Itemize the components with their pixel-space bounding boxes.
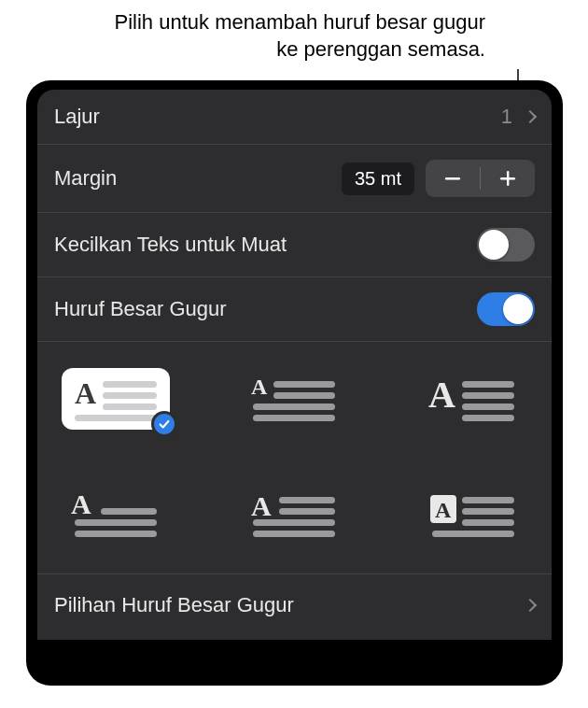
- drop-cap-label: Huruf Besar Gugur: [54, 297, 477, 321]
- svg-rect-17: [462, 415, 514, 421]
- svg-rect-10: [273, 392, 335, 399]
- columns-value: 1: [501, 105, 512, 129]
- svg-rect-4: [103, 381, 157, 388]
- svg-rect-16: [462, 404, 514, 410]
- row-margin: Margin 35 mt: [37, 145, 552, 213]
- svg-rect-24: [279, 497, 335, 503]
- toggle-knob: [479, 230, 509, 260]
- svg-text:A: A: [428, 375, 455, 416]
- toggle-knob: [503, 294, 533, 324]
- minus-icon: [443, 169, 462, 188]
- svg-rect-27: [253, 531, 335, 537]
- dropcap-style-3[interactable]: A: [419, 368, 527, 430]
- dropcap-style-1[interactable]: A: [62, 368, 170, 430]
- svg-text:A: A: [251, 375, 268, 399]
- dropcap-style-4[interactable]: A: [62, 484, 170, 545]
- margin-value-field[interactable]: 35 mt: [342, 163, 414, 195]
- dropcap-style-4-icon: A: [71, 491, 161, 538]
- callout-text: Pilih untuk menambah huruf besar gugur k…: [112, 9, 485, 63]
- margin-stepper: [426, 160, 535, 197]
- svg-rect-32: [462, 519, 514, 526]
- svg-rect-5: [103, 392, 157, 399]
- svg-rect-0: [445, 177, 460, 179]
- plus-icon: [498, 169, 517, 188]
- svg-text:A: A: [435, 498, 452, 522]
- svg-rect-7: [75, 415, 157, 421]
- svg-rect-14: [462, 381, 514, 388]
- svg-rect-26: [253, 519, 335, 526]
- row-columns[interactable]: Lajur 1: [37, 90, 552, 145]
- svg-rect-33: [432, 531, 514, 537]
- dropcap-style-1-icon: A: [71, 375, 161, 422]
- settings-panel: Lajur 1 Margin 35 mt K: [37, 90, 552, 640]
- svg-rect-31: [462, 508, 514, 515]
- margin-controls: 35 mt: [342, 160, 535, 197]
- svg-rect-12: [253, 415, 335, 421]
- svg-rect-19: [75, 519, 157, 526]
- drop-cap-options-label: Pilihan Huruf Besar Gugur: [54, 593, 522, 617]
- row-shrink-text: Kecilkan Teks untuk Muat: [37, 213, 552, 277]
- svg-rect-25: [279, 508, 335, 515]
- row-drop-cap: Huruf Besar Gugur: [37, 277, 552, 342]
- row-drop-cap-options[interactable]: Pilihan Huruf Besar Gugur: [37, 574, 552, 640]
- svg-rect-30: [462, 497, 514, 503]
- chevron-right-icon: [524, 599, 537, 612]
- margin-label: Margin: [54, 166, 342, 191]
- dropcap-style-5[interactable]: A: [240, 484, 348, 545]
- selected-check-icon: [151, 411, 177, 437]
- chevron-right-icon: [524, 110, 537, 123]
- svg-text:A: A: [75, 376, 96, 410]
- columns-label: Lajur: [54, 105, 501, 129]
- svg-rect-15: [462, 392, 514, 399]
- svg-rect-2: [507, 171, 509, 186]
- dropcap-style-5-icon: A: [249, 491, 339, 538]
- drop-cap-styles-area: A A: [37, 342, 552, 574]
- dropcap-style-2-icon: A: [249, 375, 339, 422]
- svg-rect-22: [101, 508, 157, 515]
- svg-rect-20: [75, 531, 157, 537]
- svg-rect-9: [273, 381, 335, 388]
- svg-text:A: A: [71, 491, 91, 519]
- dropcap-style-2[interactable]: A: [240, 368, 348, 430]
- drop-cap-styles-grid: A A: [54, 368, 535, 545]
- margin-increase-button[interactable]: [481, 160, 535, 197]
- svg-text:A: A: [251, 491, 272, 521]
- panel-frame: Lajur 1 Margin 35 mt K: [26, 80, 563, 686]
- shrink-text-toggle[interactable]: [477, 228, 535, 262]
- svg-rect-11: [253, 404, 335, 410]
- shrink-text-label: Kecilkan Teks untuk Muat: [54, 233, 477, 257]
- drop-cap-toggle[interactable]: [477, 292, 535, 326]
- dropcap-style-3-icon: A: [428, 375, 518, 422]
- margin-decrease-button[interactable]: [426, 160, 480, 197]
- svg-rect-6: [103, 404, 157, 410]
- dropcap-style-6-icon: A: [428, 491, 518, 538]
- dropcap-style-6[interactable]: A: [419, 484, 527, 545]
